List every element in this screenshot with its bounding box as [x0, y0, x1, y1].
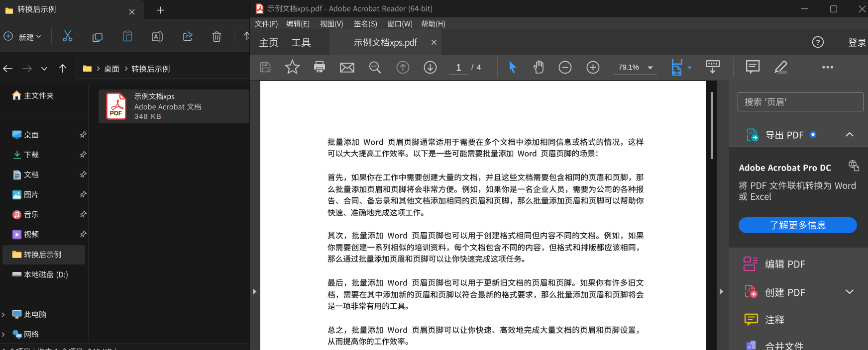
svg-text:?: ?	[816, 38, 820, 46]
svg-text:PDF: PDF	[110, 110, 122, 117]
